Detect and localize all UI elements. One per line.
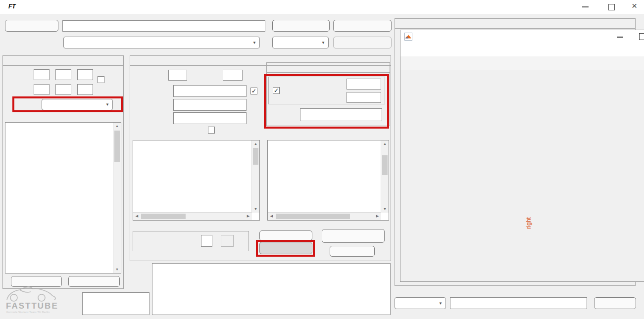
set-timestamps-title bbox=[3, 56, 123, 66]
preset-panel-title bbox=[395, 19, 635, 29]
browse-button[interactable] bbox=[5, 20, 58, 32]
svg-text:FASTTUBE: FASTTUBE bbox=[6, 301, 58, 311]
feature-data-listbox[interactable]: ▲ ▼ ◀ ▶ bbox=[267, 140, 389, 221]
scroll-left-icon[interactable]: ◀ bbox=[133, 213, 141, 220]
ft-logo-icon: FT bbox=[8, 3, 16, 10]
format-dropdown[interactable]: ▼ bbox=[395, 297, 446, 309]
scroll-down-icon[interactable]: ▼ bbox=[252, 206, 259, 213]
figure-window bbox=[400, 30, 644, 282]
features-panel bbox=[266, 62, 390, 126]
app-titlebar: FT × bbox=[0, 0, 644, 14]
scroll-up-icon[interactable]: ▲ bbox=[113, 123, 121, 130]
load-fast-button[interactable] bbox=[272, 20, 330, 32]
filename-input[interactable] bbox=[450, 297, 587, 309]
feature-vscrollbar[interactable]: ▲ ▼ bbox=[381, 140, 389, 213]
scroll-right-icon[interactable]: ▶ bbox=[374, 213, 381, 220]
matlab-app-window: FT × ▼ ▼ ▼ ▲ bbox=[0, 0, 644, 319]
scroll-down-icon[interactable]: ▼ bbox=[381, 206, 389, 213]
plot-presets-button[interactable] bbox=[333, 37, 392, 48]
status-box bbox=[82, 292, 149, 315]
laps-scrollbar[interactable]: ▲ ▼ bbox=[113, 123, 121, 273]
figure-titlebar bbox=[400, 30, 644, 44]
scroll-up-icon[interactable]: ▲ bbox=[252, 140, 259, 147]
file-path-input[interactable] bbox=[62, 20, 265, 32]
minimize-icon[interactable] bbox=[582, 6, 589, 7]
select-data-vscrollbar[interactable]: ▲ ▼ bbox=[251, 140, 259, 213]
select-data-hscrollbar[interactable]: ◀ ▶ bbox=[133, 212, 252, 220]
maximize-icon[interactable] bbox=[608, 4, 615, 10]
feature-hscrollbar[interactable]: ◀ ▶ bbox=[268, 212, 381, 220]
scroll-right-icon[interactable]: ▶ bbox=[245, 213, 252, 220]
ft25-presets-dropdown[interactable]: ▼ bbox=[272, 37, 329, 48]
scroll-up-icon[interactable]: ▲ bbox=[381, 140, 389, 147]
load-presets-button[interactable] bbox=[333, 20, 392, 32]
figure-maximize-icon[interactable] bbox=[639, 33, 644, 40]
figure-canvas bbox=[400, 70, 644, 281]
close-icon[interactable]: × bbox=[632, 0, 637, 11]
select-data-listbox[interactable]: ▲ ▼ ◀ ▶ bbox=[133, 140, 260, 221]
features-title bbox=[267, 63, 390, 73]
laps-listbox[interactable]: ▲ ▼ bbox=[5, 122, 121, 273]
logo-tagline: Formula Student Team TU Berlin bbox=[6, 311, 50, 314]
chevron-down-icon: ▼ bbox=[321, 41, 325, 45]
temps-right-axis-label: right bbox=[525, 203, 532, 243]
save-button[interactable] bbox=[594, 297, 636, 309]
stats-area[interactable] bbox=[152, 263, 391, 315]
chevron-down-icon: ▼ bbox=[252, 41, 256, 45]
scroll-down-icon[interactable]: ▼ bbox=[113, 266, 121, 273]
figure-menubar bbox=[400, 44, 644, 57]
figure-toolbar bbox=[400, 56, 644, 70]
fasttube-logo: FASTTUBE Formula Student Team TU Berlin bbox=[3, 285, 63, 318]
chevron-down-icon: ▼ bbox=[439, 301, 443, 306]
scroll-left-icon[interactable]: ◀ bbox=[268, 213, 275, 220]
matlab-logo-icon bbox=[404, 33, 412, 41]
driver-preset-dropdown[interactable]: ▼ bbox=[63, 37, 260, 48]
figure-minimize-icon[interactable] bbox=[617, 37, 623, 38]
